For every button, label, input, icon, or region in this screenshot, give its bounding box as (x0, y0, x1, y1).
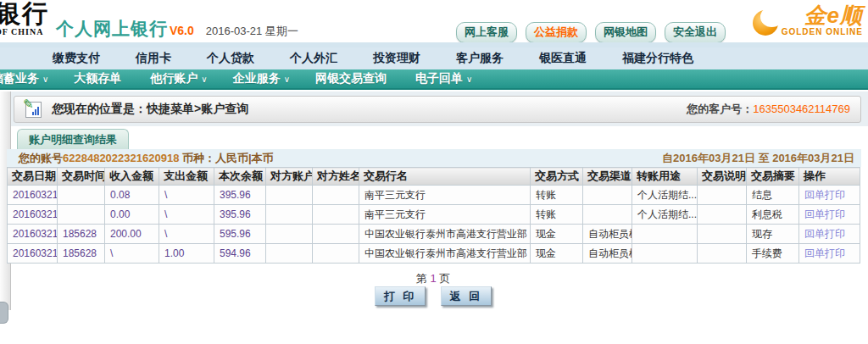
crescent-icon (753, 10, 782, 36)
chevron-down-icon: ∨ (466, 75, 472, 84)
account-number: 6228482022321620918 (63, 152, 179, 164)
col-expense: 支出金额 (159, 168, 214, 186)
version-badge: V6.0 (170, 24, 194, 37)
nav-item-large-deposit[interactable]: 大额存单 (74, 71, 125, 86)
col-balance: 本次余额 (214, 168, 266, 186)
quick-buttons: 网上客服 公益捐款 网银地图 安全退出 (456, 22, 726, 43)
nav-item-savings[interactable]: 储蓄业务∨ (0, 71, 48, 86)
product-title: 个人网上银行 (56, 17, 168, 41)
transactions-table: 交易日期 交易时间 收入金额 支出金额 本次余额 对方账户 对方姓名 交易行名 … (7, 167, 860, 264)
pagination: 第 1 页 (7, 271, 860, 286)
nav-item-payment[interactable]: 缴费支付 (53, 51, 100, 66)
nav-item-fujian-branch[interactable]: 福建分行特色 (622, 51, 693, 66)
col-action: 操作 (799, 168, 860, 186)
account-info-bar: 您的账号6228482022321620918 币种：人民币|本币 自2016年… (7, 149, 861, 167)
date-range: 自2016年03月21日 至 2016年03月21日 (662, 151, 861, 166)
nav-item-credit-card[interactable]: 信用卡 (136, 51, 171, 66)
account-info: 您的账号6228482022321620918 币种：人民币|本币 (7, 151, 274, 166)
customer-number: 您的客户号：1635503462114769 (687, 102, 850, 117)
col-income: 收入金额 (105, 168, 159, 186)
bank-map-button[interactable]: 网银地图 (595, 22, 656, 43)
breadcrumb: ✎ 您现在的位置是：快捷菜单>账户查询 您的客户号：16355034621147… (14, 96, 861, 123)
col-tx-method: 交易方式 (531, 168, 583, 186)
golden-online-logo: 金e顺 GOLDEN ONLINE (753, 3, 863, 36)
tab-account-detail-result[interactable]: 账户明细查询结果 (17, 129, 129, 149)
header: 银行 OF CHINA 个人网上银行 V6.0 2016-03-21 星期一 网… (0, 0, 868, 42)
chevron-down-icon: ∨ (201, 75, 207, 84)
back-button[interactable]: 返 回 (441, 286, 492, 306)
personal-online-banking-page: 银行 OF CHINA 个人网上银行 V6.0 2016-03-21 星期一 网… (0, 0, 868, 344)
primary-nav: 缴费支付 信用卡 个人贷款 个人外汇 投资理财 客户服务 银医直通 福建分行特色 (0, 47, 868, 69)
bank-logo: 银行 OF CHINA (0, 1, 49, 36)
online-service-button[interactable]: 网上客服 (456, 22, 517, 43)
nav-item-investment[interactable]: 投资理财 (373, 51, 420, 66)
note-pencil-icon: ✎ (25, 102, 42, 118)
table-row: 20160321 185628 \ 1.00 594.96 中国农业银行泰州市高… (8, 244, 860, 264)
header-date: 2016-03-21 星期一 (206, 24, 298, 39)
print-button[interactable]: 打 印 (375, 286, 426, 306)
product-line: 个人网上银行 V6.0 2016-03-21 星期一 (56, 17, 298, 41)
chevron-down-icon: ∨ (42, 75, 48, 84)
nav-item-e-receipt[interactable]: 电子回单∨ (415, 71, 472, 86)
receipt-print-link[interactable]: 回单打印 (799, 186, 860, 205)
nav-item-personal-loan[interactable]: 个人贷款 (207, 51, 254, 66)
col-peer-account: 对方账户 (266, 168, 313, 186)
secondary-nav: 储蓄业务∨ 大额存单 他行账户∨ 企业服务∨ 网银交易查询 电子回单∨ (0, 69, 868, 90)
page-number: 1 (430, 272, 436, 285)
table-row: 20160321 185628 200.00 \ 595.96 中国农业银行泰州… (8, 225, 860, 244)
nav-item-forex[interactable]: 个人外汇 (290, 51, 337, 66)
nav-item-other-bank-account[interactable]: 他行账户∨ (150, 71, 207, 86)
action-buttons: 打 印 返 回 (7, 286, 860, 306)
col-tx-channel: 交易渠道 (583, 168, 632, 186)
brand-name-en: GOLDEN ONLINE (782, 27, 863, 36)
safe-exit-button[interactable]: 安全退出 (665, 22, 726, 43)
col-tx-summary: 交易摘要 (747, 168, 799, 186)
receipt-print-link[interactable]: 回单打印 (799, 205, 860, 225)
col-bank-name: 交易行名 (359, 168, 531, 186)
col-tx-note: 交易说明 (698, 168, 747, 186)
table-row: 20160321 0.08 \ 395.96 南平三元支行 转账 个人活期结..… (8, 186, 860, 205)
table-row: 20160321 0.00 \ 395.96 南平三元支行 转账 个人活期结..… (8, 205, 860, 225)
bank-logo-en: OF CHINA (0, 27, 49, 36)
brand-name-cn: 金e顺 (804, 3, 863, 27)
receipt-print-link[interactable]: 回单打印 (799, 244, 860, 264)
col-peer-name: 对方姓名 (313, 168, 359, 186)
nav-item-ebank-tx-query[interactable]: 网银交易查询 (315, 71, 390, 86)
charity-donation-button[interactable]: 公益捐款 (526, 22, 587, 43)
table-header-row: 交易日期 交易时间 收入金额 支出金额 本次余额 对方账户 对方姓名 交易行名 … (8, 168, 860, 186)
chevron-down-icon: ∨ (284, 75, 290, 84)
nav-item-customer-service[interactable]: 客户服务 (456, 51, 504, 66)
nav-item-bank-medical[interactable]: 银医直通 (539, 51, 587, 66)
col-transfer-purpose: 转账用途 (632, 168, 698, 186)
receipt-print-link[interactable]: 回单打印 (799, 225, 860, 244)
nav-item-corporate-service[interactable]: 企业服务∨ (233, 71, 290, 86)
col-tx-time: 交易时间 (58, 168, 105, 186)
bank-logo-cn: 银行 (0, 1, 49, 26)
col-tx-date: 交易日期 (8, 168, 58, 186)
breadcrumb-text: 您现在的位置是：快捷菜单>账户查询 (52, 102, 248, 117)
